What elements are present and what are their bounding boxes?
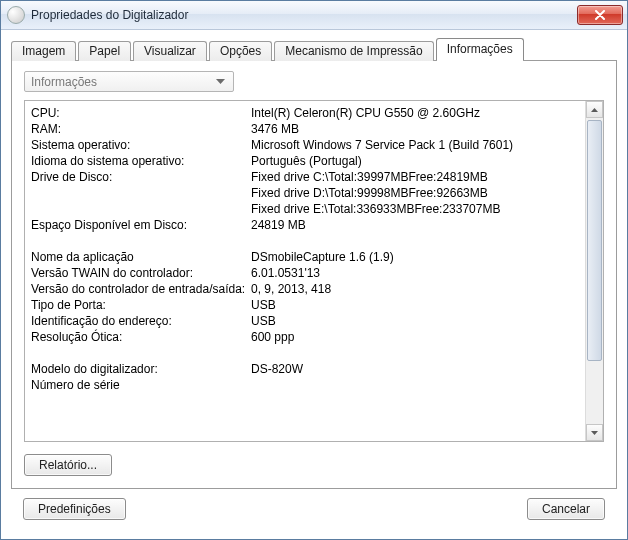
label-serial: Número de série bbox=[31, 377, 251, 393]
defaults-button[interactable]: Predefinições bbox=[23, 498, 126, 520]
close-icon bbox=[594, 10, 606, 20]
tab-papel[interactable]: Papel bbox=[78, 41, 131, 61]
tab-panel-informacoes: Informações CPU: Intel(R) Celeron(R) CPU… bbox=[11, 60, 617, 489]
window-title: Propriedades do Digitalizador bbox=[31, 8, 577, 22]
scroll-down-button[interactable] bbox=[586, 424, 603, 441]
label-addr-id: Identificação do endereço: bbox=[31, 313, 251, 329]
value-free-space: 24819 MB bbox=[251, 217, 579, 233]
list-item: Tipo de Porta: USB bbox=[31, 297, 579, 313]
chevron-up-icon bbox=[591, 108, 598, 112]
dropdown-selected: Informações bbox=[31, 75, 97, 89]
label-twain: Versão TWAIN do controlador: bbox=[31, 265, 251, 281]
label-scanner-model: Modelo do digitalizador: bbox=[31, 361, 251, 377]
value-port-type: USB bbox=[251, 297, 579, 313]
value-scanner-model: DS-820W bbox=[251, 361, 579, 377]
dialog-window: Propriedades do Digitalizador Imagem Pap… bbox=[0, 0, 628, 540]
value-twain: 6.01.0531'13 bbox=[251, 265, 579, 281]
report-button[interactable]: Relatório... bbox=[24, 454, 112, 476]
list-item: Fixed drive E:\Total:336933MBFree:233707… bbox=[31, 201, 579, 217]
list-item: Identificação do endereço: USB bbox=[31, 313, 579, 329]
cancel-button[interactable]: Cancelar bbox=[527, 498, 605, 520]
label-os-lang: Idioma do sistema operativo: bbox=[31, 153, 251, 169]
list-item: Idioma do sistema operativo: Português (… bbox=[31, 153, 579, 169]
list-item: CPU: Intel(R) Celeron(R) CPU G550 @ 2.60… bbox=[31, 105, 579, 121]
list-item: Espaço Disponível em Disco: 24819 MB bbox=[31, 217, 579, 233]
label-free-space: Espaço Disponível em Disco: bbox=[31, 217, 251, 233]
tab-visualizar[interactable]: Visualizar bbox=[133, 41, 207, 61]
value-os: Microsoft Windows 7 Service Pack 1 (Buil… bbox=[251, 137, 579, 153]
tab-mecanismo[interactable]: Mecanismo de Impressão bbox=[274, 41, 433, 61]
list-item: Drive de Disco: Fixed drive C:\Total:399… bbox=[31, 169, 579, 185]
value-disk-2: Fixed drive E:\Total:336933MBFree:233707… bbox=[251, 201, 579, 217]
bottom-bar: Predefinições Cancelar bbox=[11, 489, 617, 529]
value-serial bbox=[251, 377, 579, 393]
label-disk: Drive de Disco: bbox=[31, 169, 251, 185]
value-ram: 3476 MB bbox=[251, 121, 579, 137]
close-button[interactable] bbox=[577, 5, 623, 25]
info-list: CPU: Intel(R) Celeron(R) CPU G550 @ 2.60… bbox=[24, 100, 604, 442]
list-item: Versão do controlador de entrada/saída: … bbox=[31, 281, 579, 297]
value-cpu: Intel(R) Celeron(R) CPU G550 @ 2.60GHz bbox=[251, 105, 579, 121]
value-disk-1: Fixed drive D:\Total:99998MBFree:92663MB bbox=[251, 185, 579, 201]
label-app-name: Nome da aplicação bbox=[31, 249, 251, 265]
app-icon bbox=[7, 6, 25, 24]
tab-opcoes[interactable]: Opções bbox=[209, 41, 272, 61]
label-os: Sistema operativo: bbox=[31, 137, 251, 153]
scroll-up-button[interactable] bbox=[586, 101, 603, 118]
list-item: Número de série bbox=[31, 377, 579, 393]
vertical-scrollbar[interactable] bbox=[585, 101, 603, 441]
scroll-track[interactable] bbox=[586, 118, 603, 424]
list-item: Modelo do digitalizador: DS-820W bbox=[31, 361, 579, 377]
tab-imagem[interactable]: Imagem bbox=[11, 41, 76, 61]
label-optical-res: Resolução Ótica: bbox=[31, 329, 251, 345]
label-io-driver: Versão do controlador de entrada/saída: bbox=[31, 281, 251, 297]
value-disk-0: Fixed drive C:\Total:39997MBFree:24819MB bbox=[251, 169, 579, 185]
label-port-type: Tipo de Porta: bbox=[31, 297, 251, 313]
tab-informacoes[interactable]: Informações bbox=[436, 38, 524, 60]
chevron-down-icon bbox=[591, 431, 598, 435]
report-row: Relatório... bbox=[24, 454, 604, 476]
list-item: Sistema operativo: Microsoft Windows 7 S… bbox=[31, 137, 579, 153]
info-category-dropdown[interactable]: Informações bbox=[24, 71, 234, 92]
label-cpu: CPU: bbox=[31, 105, 251, 121]
value-app-name: DSmobileCapture 1.6 (1.9) bbox=[251, 249, 579, 265]
list-item: Versão TWAIN do controlador: 6.01.0531'1… bbox=[31, 265, 579, 281]
title-bar: Propriedades do Digitalizador bbox=[1, 1, 627, 30]
value-os-lang: Português (Portugal) bbox=[251, 153, 579, 169]
value-optical-res: 600 ppp bbox=[251, 329, 579, 345]
client-area: Imagem Papel Visualizar Opções Mecanismo… bbox=[1, 30, 627, 539]
list-item: RAM: 3476 MB bbox=[31, 121, 579, 137]
value-io-driver: 0, 9, 2013, 418 bbox=[251, 281, 579, 297]
list-item: Nome da aplicação DSmobileCapture 1.6 (1… bbox=[31, 249, 579, 265]
list-item: Resolução Ótica: 600 ppp bbox=[31, 329, 579, 345]
tab-strip: Imagem Papel Visualizar Opções Mecanismo… bbox=[11, 38, 617, 60]
label-ram: RAM: bbox=[31, 121, 251, 137]
value-addr-id: USB bbox=[251, 313, 579, 329]
list-item: Fixed drive D:\Total:99998MBFree:92663MB bbox=[31, 185, 579, 201]
scroll-thumb[interactable] bbox=[587, 120, 602, 361]
info-content: CPU: Intel(R) Celeron(R) CPU G550 @ 2.60… bbox=[25, 101, 585, 441]
chevron-down-icon bbox=[212, 73, 229, 90]
